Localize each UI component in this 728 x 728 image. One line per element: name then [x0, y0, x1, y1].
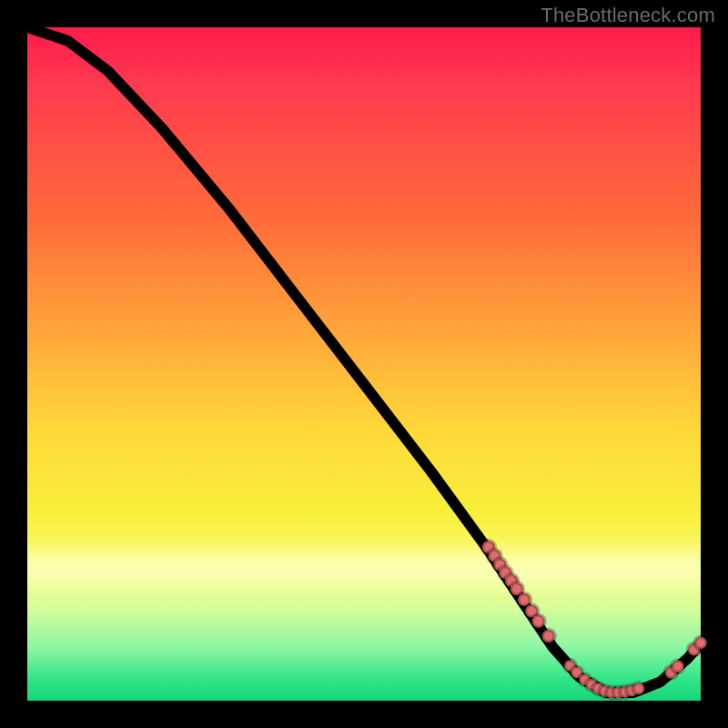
data-point [532, 615, 545, 628]
chart-frame: TheBottleneck.com [0, 0, 728, 728]
bottleneck-curve [27, 27, 701, 693]
plot-area [27, 27, 701, 701]
chart-svg [27, 27, 701, 701]
watermark-text: TheBottleneck.com [541, 4, 715, 27]
data-points-group [482, 541, 707, 698]
data-point [633, 682, 645, 694]
data-point [694, 637, 706, 649]
data-point [672, 661, 683, 672]
data-point [542, 630, 555, 642]
